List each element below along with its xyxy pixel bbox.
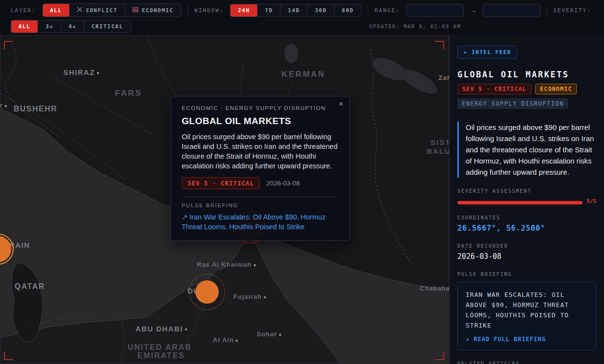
- filter-toolbar: LAYER: ALL CONFLICT ECONOMIC WINDOW: 24H…: [0, 0, 604, 35]
- detail-title: GLOBAL OIL MARKETS: [457, 70, 596, 79]
- popup-divider: [182, 197, 339, 197]
- window-30d-button[interactable]: 30D: [307, 4, 334, 17]
- popup-title: GLOBAL OIL MARKETS: [182, 116, 339, 127]
- map-label-fujairah: Fujairah: [233, 293, 266, 300]
- pulse-briefing-headline: IRAN WAR ESCALATES: OIL ABOVE $90, HORMU…: [466, 290, 588, 330]
- map-marker-economic[interactable]: [195, 280, 219, 304]
- severity-filter-group: ALL 3+ 4+ CRITICAL: [11, 20, 131, 33]
- map-label-nehr: nehr: [0, 102, 7, 109]
- map-event-popup: ECONOMIC · ENERGY SUPPLY DISRUPTION × GL…: [170, 96, 350, 241]
- map-label-sistan: SISTAN: [431, 138, 449, 146]
- map-label-zahedan: Zahedan: [438, 74, 449, 81]
- layer-economic-label: ECONOMIC: [142, 7, 173, 14]
- toolbar-divider: [368, 5, 368, 16]
- viewport-corner-bracket: [435, 352, 444, 360]
- map-label-ras-al-khaimah: Ras Al Khaimah: [197, 261, 256, 268]
- severity-all-button[interactable]: ALL: [11, 20, 38, 33]
- pulse-briefing-label: PULSE BRIEFING: [182, 202, 339, 208]
- map-label-shiraz: SHIRAZ: [63, 68, 99, 76]
- viewport-corner-bracket: [4, 41, 13, 49]
- range-to-input[interactable]: [483, 4, 540, 17]
- map-label-emirates: EMIRATES: [137, 351, 185, 360]
- chart-down-icon: [132, 7, 138, 14]
- map-label-united-arab: UNITED ARAB: [128, 343, 192, 352]
- pulse-briefing-link[interactable]: ↗ Iran War Escalates: Oil Above $90, Hor…: [182, 212, 339, 232]
- map-label-chabahar: Chabahar: [420, 285, 449, 292]
- range-from-input[interactable]: [406, 4, 464, 17]
- severity-badge: SEV 5 · CRITICAL: [182, 177, 260, 189]
- coordinates-label: COORDINATES: [457, 215, 596, 220]
- severity-bar-track: [457, 201, 583, 204]
- category-badge: ECONOMIC: [535, 84, 577, 94]
- map-label-qatar: QATAR: [15, 282, 45, 291]
- toolbar-divider: [188, 5, 188, 16]
- map-label-abu-dhabi: ABU DHABI: [135, 325, 187, 333]
- window-24h-button[interactable]: 24H: [230, 4, 257, 17]
- map-label-kerman: KERMAN: [282, 70, 325, 79]
- layer-all-button[interactable]: ALL: [43, 4, 69, 17]
- read-full-briefing-link[interactable]: ↗ READ FULL BRIEFING: [466, 336, 588, 343]
- layer-filter-label: LAYER:: [11, 7, 36, 14]
- window-filter-label: WINDOW:: [194, 7, 224, 14]
- severity-filter-label: SEVERITY:: [553, 7, 591, 14]
- last-updated-timestamp: UPDATED: MAR 9, 02:09 AM: [369, 23, 461, 29]
- crossed-swords-icon: [77, 7, 82, 14]
- event-type-tag: ENERGY SUPPLY DISRUPTION: [457, 98, 568, 109]
- map-label-al-ain: Al Ain: [213, 336, 238, 344]
- severity-critical-button[interactable]: CRITICAL: [84, 20, 131, 33]
- map-label-sohar: Sohar: [257, 330, 281, 338]
- pulse-briefing-label: PULSE BRIEFING: [457, 272, 596, 277]
- window-14d-button[interactable]: 14D: [280, 4, 307, 17]
- pulse-briefing-card: IRAN WAR ESCALATES: OIL ABOVE $90, HORMU…: [457, 282, 596, 350]
- detail-description: Oil prices surged above $90 per barrel f…: [457, 122, 596, 178]
- popup-description: Oil prices surged above $90 per barrel f…: [182, 132, 339, 171]
- window-60d-button[interactable]: 60D: [334, 4, 361, 17]
- severity-score: 5/5: [586, 198, 596, 204]
- map-label-baluchestan: BALUCHESTAN: [427, 147, 449, 155]
- viewport-corner-bracket: [4, 352, 13, 360]
- severity-assessment-label: SEVERITY ASSESSMENT: [457, 188, 596, 194]
- date-recorded-label: DATE RECORDED: [457, 243, 596, 249]
- range-arrow: →: [470, 7, 476, 14]
- window-7d-button[interactable]: 7D: [257, 4, 280, 17]
- map-label-fars: FARS: [115, 89, 142, 98]
- coordinates-value: 26.5667°, 56.2500°: [457, 224, 596, 233]
- map-label-bushehr: BUSHEHR: [14, 105, 57, 113]
- severity-badge: SEV 5 · CRITICAL: [457, 84, 531, 94]
- close-icon[interactable]: ×: [339, 99, 343, 109]
- popup-date: 2026-03-08: [266, 180, 300, 187]
- range-filter-label: RANGE:: [375, 7, 400, 14]
- date-recorded-value: 2026-03-08: [457, 252, 596, 261]
- toolbar-divider: [547, 5, 547, 16]
- severity-4plus-button[interactable]: 4+: [61, 20, 84, 33]
- layer-conflict-label: CONFLICT: [86, 7, 117, 14]
- viewport-corner-bracket: [435, 41, 444, 49]
- window-filter-group: 24H 7D 14D 30D 60D: [230, 4, 361, 17]
- severity-3plus-button[interactable]: 3+: [38, 20, 60, 33]
- layer-economic-button[interactable]: ECONOMIC: [125, 4, 181, 17]
- detail-panel: ← INTEL FEED GLOBAL OIL MARKETS SEV 5 · …: [449, 35, 604, 364]
- severity-bar-fill: [457, 201, 583, 204]
- layer-filter-group: ALL CONFLICT ECONOMIC: [42, 3, 181, 17]
- popup-kicker: ECONOMIC · ENERGY SUPPLY DISRUPTION: [182, 105, 339, 111]
- layer-conflict-button[interactable]: CONFLICT: [69, 4, 125, 17]
- related-articles-label: RELATED ARTICLES: [457, 361, 596, 364]
- back-to-intel-feed-button[interactable]: ← INTEL FEED: [457, 46, 517, 59]
